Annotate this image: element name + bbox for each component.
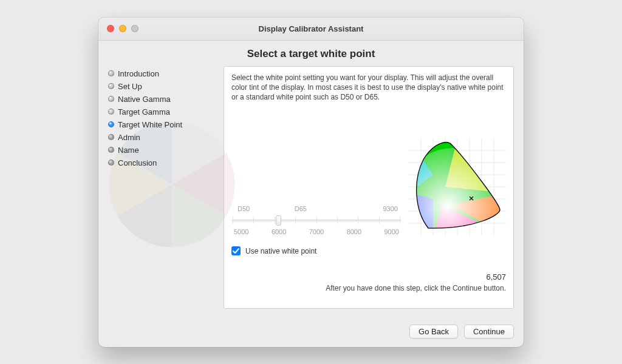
preset-9300: 9300: [383, 205, 398, 212]
slider-tick-labels: 5000 6000 7000 8000 9000: [231, 228, 402, 235]
slider-thumb[interactable]: [276, 215, 281, 226]
step-label: Target Gamma: [118, 107, 170, 116]
whitepoint-value: 6,507: [231, 272, 506, 281]
whitepoint-slider[interactable]: D50 D65 9300 5000: [231, 205, 402, 235]
go-back-button[interactable]: Go Back: [409, 325, 458, 339]
slider-track[interactable]: [231, 214, 402, 226]
window-body: Select a target white point Introduction: [98, 41, 524, 317]
preset-d65: D65: [295, 205, 307, 212]
step-dot-icon: [108, 96, 114, 102]
sidebar-item-target-gamma: Target Gamma: [108, 106, 224, 118]
step-dot-icon: [108, 147, 114, 153]
tick-6000: 6000: [272, 228, 286, 235]
step-dot-icon: [108, 83, 114, 89]
tick-9000: 9000: [384, 228, 399, 235]
slider-ticks: [231, 214, 402, 226]
main-panel: Select the white point setting you want …: [224, 66, 514, 309]
calibrator-window: Display Calibrator Assistant Select a ta…: [98, 18, 524, 347]
content-columns: Introduction Set Up Native Gamma Target …: [108, 66, 514, 309]
native-whitepoint-checkbox[interactable]: Use native white point: [231, 246, 506, 255]
slider-gamut-row: D50 D65 9300 5000: [231, 138, 506, 235]
description-text: Select the white point setting you want …: [231, 73, 506, 103]
continue-button[interactable]: Continue: [464, 325, 514, 339]
tick-8000: 8000: [347, 228, 361, 235]
tick-7000: 7000: [309, 228, 324, 235]
sidebar-item-target-white-point: Target White Point: [108, 118, 224, 131]
step-label: Native Gamma: [118, 95, 171, 104]
window-title: Display Calibrator Assistant: [98, 24, 524, 33]
slider-preset-labels: D50 D65 9300: [231, 205, 402, 212]
step-label: Name: [118, 146, 139, 155]
steps-sidebar: Introduction Set Up Native Gamma Target …: [108, 66, 224, 309]
preset-d50: D50: [238, 205, 250, 212]
step-dot-icon: [108, 134, 114, 140]
page-title: Select a target white point: [108, 48, 514, 60]
step-label: Introduction: [118, 69, 159, 78]
step-label: Admin: [118, 133, 140, 142]
sidebar-item-conclusion: Conclusion: [108, 157, 224, 169]
tick-5000: 5000: [234, 228, 248, 235]
sidebar-item-setup: Set Up: [108, 80, 224, 93]
step-dot-icon: [108, 160, 114, 166]
step-dot-icon: [108, 109, 114, 115]
cie-gamut-diagram-icon: [409, 138, 506, 235]
steps-list: Introduction Set Up Native Gamma Target …: [108, 67, 224, 169]
step-dot-icon: [108, 121, 114, 127]
sidebar-item-admin: Admin: [108, 131, 224, 144]
sidebar-item-introduction: Introduction: [108, 67, 224, 80]
checkbox-icon[interactable]: [231, 246, 241, 255]
step-dot-icon: [108, 70, 114, 76]
instruction-text: After you have done this step, click the…: [231, 284, 506, 292]
titlebar[interactable]: Display Calibrator Assistant: [98, 18, 524, 41]
sidebar-item-name: Name: [108, 144, 224, 157]
step-label: Set Up: [118, 82, 142, 91]
step-label: Conclusion: [118, 158, 157, 167]
checkbox-label: Use native white point: [245, 247, 316, 255]
step-label: Target White Point: [118, 120, 182, 129]
footer: Go Back Continue: [98, 317, 524, 347]
sidebar-item-native-gamma: Native Gamma: [108, 93, 224, 106]
